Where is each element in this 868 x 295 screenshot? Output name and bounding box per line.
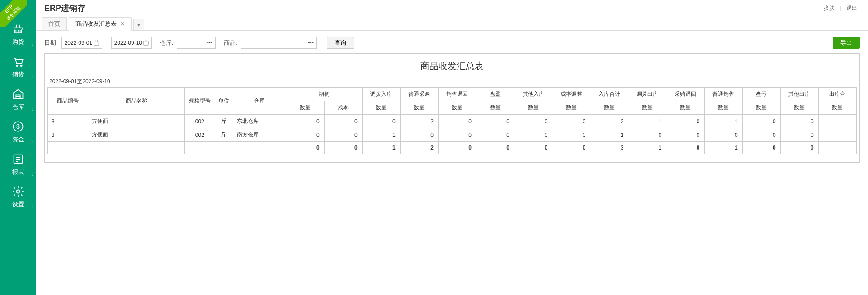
report-table: 商品编号商品名称规格型号单位仓库期初调拨入库普通采购销售退回盘盈其他入库成本调整… <box>47 87 857 154</box>
date-to-input[interactable]: 2022-09-10 <box>111 37 152 49</box>
cell-total <box>215 142 233 154</box>
table-subheader: 数量 <box>704 101 742 115</box>
table-row[interactable]: 3方便面002斤南方仓库00100000100000 <box>48 128 857 142</box>
cell-value: 0 <box>438 115 476 128</box>
close-icon[interactable]: ✕ <box>120 21 125 27</box>
cell-value: 1 <box>704 115 742 128</box>
sidebar-item-label: 仓库 <box>12 103 24 111</box>
cell-value: 0 <box>552 128 590 142</box>
table-row[interactable]: 3方便面002斤东北仓库00020000210100 <box>48 115 857 128</box>
cell-total <box>818 142 856 154</box>
table-header: 期初 <box>286 88 362 101</box>
cell-spec: 002 <box>185 115 215 128</box>
calendar-icon[interactable] <box>143 40 149 46</box>
calendar-icon[interactable] <box>94 40 99 46</box>
query-button[interactable]: 查询 <box>327 37 354 49</box>
table-subheader: 数量 <box>742 101 780 115</box>
svg-rect-17 <box>143 41 148 46</box>
table-subheader: 数量 <box>780 101 818 115</box>
cell-warehouse: 东北仓库 <box>233 115 286 128</box>
cart-icon <box>12 55 24 68</box>
toolbar: 日期: 2022-09-01 - 2022-09-10 仓库: ••• 商品: … <box>36 31 868 53</box>
table-header: 普通采购 <box>400 88 438 101</box>
cell-total: 1 <box>704 142 742 154</box>
cell-total: 0 <box>286 142 324 154</box>
table-header: 出库合 <box>818 88 856 101</box>
corner-ribbon: ERP 多仓库版 <box>0 0 27 27</box>
ellipsis-icon[interactable]: ••• <box>308 40 314 46</box>
cell-total <box>88 142 185 154</box>
svg-point-4 <box>20 65 22 67</box>
tabs-menu-button[interactable]: ▾ <box>133 19 144 30</box>
money-icon: $ <box>12 120 24 133</box>
cell-value: 2 <box>400 115 438 128</box>
caret-down-icon: ▾ <box>137 22 140 28</box>
warehouse-icon <box>12 88 24 100</box>
sidebar-item-cart[interactable]: 销货› <box>0 51 36 83</box>
cell-total <box>233 142 286 154</box>
report-icon <box>12 153 24 165</box>
report-date-range: 2022-09-01至2022-09-10 <box>47 78 857 87</box>
table-subheader: 数量 <box>590 101 628 115</box>
table-header: 采购退回 <box>666 88 704 101</box>
svg-point-3 <box>16 65 18 67</box>
table-header: 其他入库 <box>514 88 552 101</box>
tab-bar: 首页商品收发汇总表✕▾ <box>36 16 868 31</box>
chevron-right-icon: › <box>32 107 33 112</box>
report-table-scroll[interactable]: 商品编号商品名称规格型号单位仓库期初调拨入库普通采购销售退回盘盈其他入库成本调整… <box>47 87 857 154</box>
ellipsis-icon[interactable]: ••• <box>207 40 213 46</box>
warehouse-label: 仓库: <box>160 39 174 47</box>
sidebar-item-money[interactable]: $资金› <box>0 116 36 148</box>
cell-value: 0 <box>628 128 666 142</box>
cell-value: 0 <box>666 115 704 128</box>
header: ERP进销存 换肤 | 退出 <box>36 0 868 16</box>
table-header: 调拨出库 <box>628 88 666 101</box>
chevron-right-icon: › <box>32 75 33 80</box>
svg-text:$: $ <box>16 123 20 130</box>
cell-total <box>48 142 88 154</box>
table-subheader: 数量 <box>514 101 552 115</box>
tab-首页[interactable]: 首页 <box>42 17 67 30</box>
cell-total: 0 <box>514 142 552 154</box>
cell-value: 0 <box>780 128 818 142</box>
cell-name: 方便面 <box>88 128 185 142</box>
cell-value: 2 <box>590 115 628 128</box>
cell-total: 0 <box>438 142 476 154</box>
table-subheader: 数量 <box>362 101 400 115</box>
skin-link[interactable]: 换肤 <box>822 5 836 11</box>
sidebar-item-warehouse[interactable]: 仓库› <box>0 83 36 116</box>
cell-warehouse: 南方仓库 <box>233 128 286 142</box>
sidebar-item-label: 报表 <box>12 168 24 172</box>
table-subheader: 成本 <box>324 101 362 115</box>
cell-value: 0 <box>552 115 590 128</box>
product-input[interactable]: ••• <box>241 37 317 49</box>
cell-value: 0 <box>286 115 324 128</box>
cell-value: 1 <box>362 128 400 142</box>
table-header: 商品编号 <box>48 88 88 115</box>
table-subheader: 数量 <box>400 101 438 115</box>
app-title: ERP进销存 <box>44 3 85 14</box>
sidebar-item-report[interactable]: 报表› <box>0 148 36 172</box>
cell-total: 0 <box>780 142 818 154</box>
cell-value: 0 <box>476 115 514 128</box>
date-from-input[interactable]: 2022-09-01 <box>61 37 102 49</box>
cell-value: 0 <box>742 115 780 128</box>
product-label: 商品: <box>224 39 237 47</box>
cell-value: 0 <box>514 115 552 128</box>
cell-value: 0 <box>742 128 780 142</box>
tab-商品收发汇总表[interactable]: 商品收发汇总表✕ <box>69 17 132 30</box>
logout-link[interactable]: 退出 <box>844 5 859 11</box>
cell-total: 3 <box>590 142 628 154</box>
cell-id: 3 <box>48 128 88 142</box>
header-separator: | <box>838 5 843 11</box>
table-subheader: 数量 <box>818 101 856 115</box>
cell-value: 1 <box>590 128 628 142</box>
cell-value: 1 <box>628 115 666 128</box>
svg-rect-13 <box>94 41 99 46</box>
cell-value: 0 <box>286 128 324 142</box>
date-from-value: 2022-09-01 <box>65 40 92 46</box>
table-header: 盘盈 <box>476 88 514 101</box>
export-button[interactable]: 导出 <box>833 37 860 49</box>
sidebar-item-label: 购货 <box>12 38 24 46</box>
warehouse-input[interactable]: ••• <box>177 37 216 49</box>
